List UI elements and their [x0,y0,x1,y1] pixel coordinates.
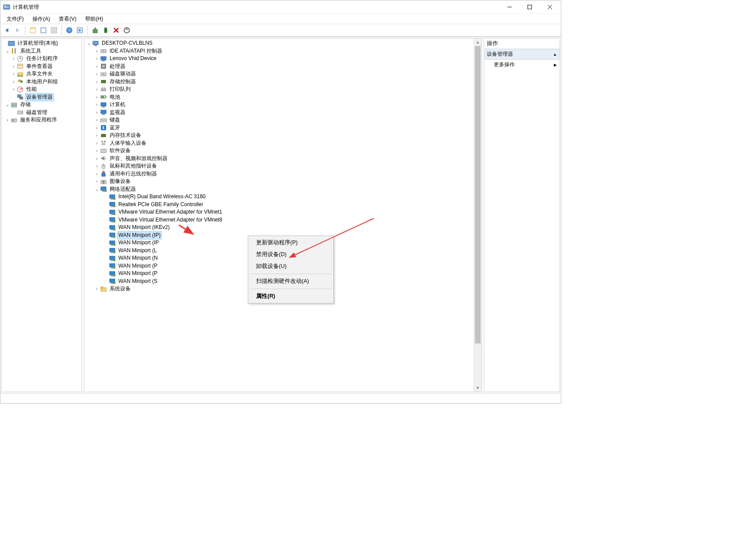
maximize-button[interactable] [520,0,540,14]
network-adapter-item[interactable]: VMware Virtual Ethernet Adapter for VMne… [84,208,474,216]
expand-icon[interactable]: › [94,109,100,117]
expand-icon[interactable]: › [94,155,100,163]
device-category[interactable]: ›键盘 [84,116,474,124]
collapse-icon[interactable]: ⌄ [86,39,92,47]
expand-icon[interactable]: › [11,55,17,63]
scan-hw-button[interactable] [122,25,132,35]
device-category[interactable]: ›Lenovo Vhid Device [84,55,474,63]
tree-system-tools[interactable]: ⌄系统工具 [2,47,82,55]
device-category[interactable]: ›IDE ATA/ATAPI 控制器 [84,47,474,55]
ctx-scan-hw[interactable]: 扫描检测硬件改动(A) [249,275,332,287]
expand-icon[interactable]: › [94,162,100,170]
expand-icon[interactable]: › [94,178,100,186]
vertical-scrollbar[interactable]: ▲ ▼ [474,39,481,392]
scroll-down-button[interactable]: ▼ [474,384,481,392]
close-button[interactable] [540,0,560,14]
network-adapter-item[interactable]: Intel(R) Dual Band Wireless-AC 3160 [84,193,474,201]
ctx-disable-device[interactable]: 禁用设备(D) [249,249,332,261]
menu-action[interactable]: 操作(A) [28,14,54,24]
expand-icon[interactable]: › [94,132,100,139]
menu-help[interactable]: 帮助(H) [81,14,107,24]
actions-more[interactable]: 更多操作 ▶ [484,60,560,70]
device-category[interactable]: ›人体学输入设备 [84,139,474,147]
collapse-icon[interactable]: ⌄ [94,186,100,193]
device-category[interactable]: ›通用串行总线控制器 [84,170,474,178]
device-category[interactable]: ›内存技术设备 [84,132,474,139]
tree-performance[interactable]: ›性能 [2,86,82,93]
device-category[interactable]: ›声音、视频和游戏控制器 [84,155,474,163]
export-button[interactable] [49,25,59,35]
twisty-blank[interactable] [103,254,109,262]
device-category[interactable]: ›存储控制器 [84,78,474,86]
back-button[interactable] [2,25,12,35]
tree-device-manager[interactable]: 设备管理器 [2,93,82,101]
twisty-blank[interactable] [103,193,109,201]
ctx-properties[interactable]: 属性(R) [249,290,332,302]
expand-icon[interactable]: › [11,86,17,93]
device-category[interactable]: ›软件设备 [84,147,474,155]
expand-icon[interactable]: › [11,70,17,78]
minimize-button[interactable] [499,0,520,14]
tree-storage[interactable]: ⌄存储 [2,101,82,109]
scroll-thumb[interactable] [475,46,481,343]
console-tree[interactable]: 计算机管理(本地) ⌄系统工具 ›任务计划程序 ›事件查看器 ›共享文件夹 ›本… [2,39,82,392]
expand-icon[interactable]: › [94,124,100,132]
expand-icon[interactable]: › [94,55,100,63]
show-hide-tree-button[interactable] [28,25,38,35]
expand-icon[interactable]: › [94,70,100,78]
device-category[interactable]: ›监视器 [84,109,474,117]
expand-icon[interactable]: › [94,170,100,178]
twisty-blank[interactable] [103,201,109,209]
network-adapter-item[interactable]: WAN Miniport (IKEv2) [84,224,474,232]
device-category[interactable]: ›电池 [84,93,474,101]
tree-disk-mgmt[interactable]: 磁盘管理 [2,109,82,117]
twisty-blank[interactable] [103,224,109,232]
expand-icon[interactable]: › [94,78,100,86]
twisty-blank[interactable] [103,239,109,247]
twisty-blank[interactable] [103,208,109,216]
twisty-blank[interactable] [103,232,109,239]
expand-icon[interactable]: › [94,101,100,109]
device-root[interactable]: ⌄DESKTOP-CVLBLNS [84,39,474,47]
actions-section[interactable]: 设备管理器 ▲ [484,49,560,60]
network-adapter-item[interactable]: Realtek PCIe GBE Family Controller [84,201,474,209]
expand-icon[interactable]: › [94,116,100,124]
expand-icon[interactable]: › [94,139,100,147]
twisty-blank[interactable] [103,278,109,286]
expand-icon[interactable]: › [4,116,11,124]
expand-icon[interactable]: › [94,93,100,101]
properties-button[interactable] [39,25,48,35]
refresh-button[interactable] [75,25,85,35]
tree-services-apps[interactable]: ›服务和应用程序 [2,116,82,124]
menu-view[interactable]: 查看(V) [54,14,81,24]
expand-icon[interactable]: › [94,285,100,293]
tree-event-viewer[interactable]: ›事件查看器 [2,63,82,71]
update-driver-button[interactable] [90,25,100,35]
expand-icon[interactable]: › [94,86,100,93]
twisty-blank[interactable] [103,247,109,255]
tree-task-scheduler[interactable]: ›任务计划程序 [2,55,82,63]
ctx-uninstall-device[interactable]: 卸载设备(U) [249,261,332,272]
device-category[interactable]: ›磁盘驱动器 [84,70,474,78]
expand-icon[interactable]: › [11,63,17,71]
network-adapter-item[interactable]: VMware Virtual Ethernet Adapter for VMne… [84,216,474,224]
device-category[interactable]: ›蓝牙 [84,124,474,132]
twisty-blank[interactable] [103,262,109,270]
tree-shared-folders[interactable]: ›共享文件夹 [2,70,82,78]
scroll-up-button[interactable]: ▲ [474,39,481,46]
ctx-update-driver[interactable]: 更新驱动程序(P) [249,237,332,249]
disable-button[interactable] [111,25,121,35]
device-category[interactable]: ›计算机 [84,101,474,109]
expand-icon[interactable]: › [94,63,100,71]
device-tree[interactable]: ⌄DESKTOP-CVLBLNS ›IDE ATA/ATAPI 控制器›Leno… [84,39,481,392]
uninstall-button[interactable] [101,25,111,35]
twisty-blank[interactable] [103,216,109,224]
collapse-icon[interactable]: ⌄ [4,101,11,109]
tree-root[interactable]: 计算机管理(本地) [2,39,82,47]
collapse-icon[interactable]: ⌄ [4,47,11,55]
help-button[interactable]: ? [64,25,74,35]
twisty-blank[interactable] [103,270,109,278]
expand-icon[interactable]: › [94,47,100,55]
expand-icon[interactable]: › [11,78,17,86]
expand-icon[interactable]: › [94,147,100,155]
